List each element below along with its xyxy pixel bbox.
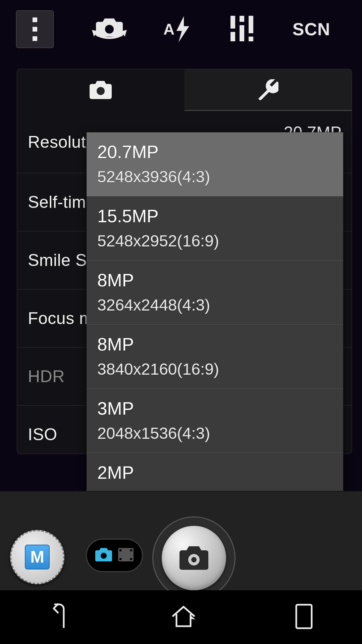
resolution-option-mp: 20.7MP (97, 142, 332, 162)
resolution-option-dims: 5248x2952(16:9) (97, 232, 332, 250)
film-icon (118, 548, 134, 563)
svg-rect-10 (119, 549, 121, 551)
adjust-sliders-icon[interactable] (228, 14, 256, 44)
svg-rect-13 (130, 558, 132, 560)
svg-rect-5 (249, 16, 253, 33)
resolution-option-mp: 8MP (97, 334, 332, 355)
resolution-dropdown: 20.7MP 5248x3936(4:3) 15.5MP 5248x2952(1… (87, 132, 343, 517)
resolution-option[interactable]: 15.5MP 5248x2952(16:9) (87, 196, 343, 260)
resolution-option-dims: 5248x3936(4:3) (97, 168, 332, 186)
svg-rect-3 (240, 16, 244, 22)
resolution-option-dims: 3264x2448(4:3) (97, 296, 332, 314)
svg-rect-4 (240, 25, 244, 41)
tab-tools-settings[interactable] (185, 69, 352, 111)
auto-flash-label: A (163, 20, 174, 38)
mode-dial[interactable]: M (10, 530, 64, 584)
svg-point-0 (105, 25, 114, 34)
resolution-option[interactable]: 8MP 3264x2448(4:3) (87, 260, 343, 324)
svg-rect-6 (249, 37, 253, 41)
resolution-option-mp: 8MP (97, 270, 332, 290)
home-icon[interactable] (170, 605, 197, 630)
resolution-option-dims: 3840x2160(16:9) (97, 360, 332, 378)
recent-apps-icon[interactable] (295, 603, 313, 631)
mode-dial-label: M (25, 545, 50, 569)
svg-point-8 (101, 553, 107, 559)
android-nav-bar (0, 590, 362, 644)
back-icon[interactable] (49, 603, 72, 631)
menu-button[interactable] (16, 10, 54, 48)
resolution-option-mp: 2MP (97, 462, 332, 483)
setting-label: ISO (28, 425, 57, 444)
resolution-option[interactable]: 3MP 2048x1536(4:3) (87, 388, 343, 453)
auto-flash-icon[interactable]: A (163, 16, 191, 42)
svg-rect-1 (230, 16, 235, 29)
svg-point-7 (97, 87, 105, 95)
scene-mode-button[interactable]: SCN (293, 19, 330, 39)
camera-icon (95, 548, 112, 563)
resolution-option-mp: 15.5MP (97, 206, 332, 226)
svg-rect-12 (130, 549, 132, 551)
photo-video-toggle[interactable] (86, 539, 143, 572)
resolution-option-dims: 2048x1536(4:3) (97, 424, 332, 443)
svg-point-15 (191, 557, 197, 562)
shutter-button-inner (162, 526, 226, 590)
resolution-option[interactable]: 8MP 3840x2160(16:9) (87, 324, 343, 388)
svg-rect-16 (296, 605, 312, 628)
switch-camera-icon[interactable] (92, 15, 127, 43)
setting-label: HDR (28, 367, 65, 386)
camera-top-toolbar: A SCN (0, 7, 362, 51)
svg-rect-2 (230, 32, 235, 41)
tab-camera-settings[interactable] (17, 69, 185, 111)
resolution-option-mp: 3MP (97, 398, 332, 419)
svg-rect-11 (119, 558, 121, 560)
shutter-button[interactable] (152, 516, 236, 600)
resolution-option[interactable]: 20.7MP 5248x3936(4:3) (87, 132, 343, 196)
